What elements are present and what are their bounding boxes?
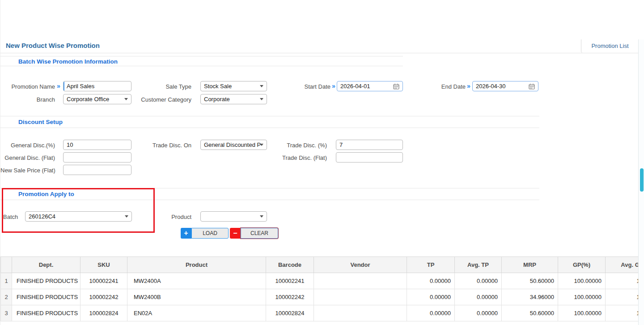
section-title-promotion-apply: Promotion Apply to xyxy=(18,191,74,197)
general-disc-pct-input[interactable]: 10 xyxy=(63,140,131,150)
column-header-vendor: Vendor xyxy=(314,257,407,273)
table-row[interactable]: 1FINISHED PRODUCTS100002241MW2400A100002… xyxy=(1,273,639,289)
header-divider xyxy=(0,53,638,53)
promotion-name-label: Promotion Name xyxy=(0,83,55,90)
chevron-down-icon xyxy=(260,215,263,218)
cell-barcode: 100002242 xyxy=(266,289,314,305)
cell-product: MW2400B xyxy=(127,289,266,305)
clear-button-label: CLEAR xyxy=(241,228,278,239)
batch-value: 260126C4 xyxy=(29,213,55,220)
cell-dept: FINISHED PRODUCTS xyxy=(12,305,80,321)
cell-mrp: 34.96000 xyxy=(502,289,558,305)
cell-row-number: 3 xyxy=(1,305,12,321)
chevron-down-icon xyxy=(124,98,128,100)
product-table: Dept.SKUProductBarcodeVendorTPAvg. TPMRP… xyxy=(0,257,638,324)
start-date-label: Start Date xyxy=(282,83,330,90)
column-header-dept: Dept. xyxy=(12,257,80,273)
scrollbar-track[interactable] xyxy=(638,39,644,325)
trade-disc-flat-input[interactable] xyxy=(336,152,403,162)
cell-mrp: 50.60000 xyxy=(502,273,558,289)
product-select[interactable] xyxy=(200,211,267,222)
clear-button[interactable]: − CLEAR xyxy=(230,228,278,239)
table-row[interactable]: 3FINISHED PRODUCTS100002824EN02A10000282… xyxy=(1,305,639,321)
promotion-list-button[interactable]: Promotion List xyxy=(581,39,639,53)
end-date-input[interactable]: 2026-04-30 xyxy=(472,81,538,91)
minus-icon: − xyxy=(230,228,241,239)
load-button[interactable]: + LOAD xyxy=(181,228,229,239)
trade-disc-pct-value: 7 xyxy=(339,141,343,148)
trade-disc-on-value: General Discounted P xyxy=(204,141,261,148)
section-title-discount-setup: Discount Setup xyxy=(18,119,63,125)
general-disc-flat-input[interactable] xyxy=(63,152,131,162)
cell-gp-pct: 100.00000 xyxy=(558,289,606,305)
load-button-label: LOAD xyxy=(191,228,229,239)
plus-icon: + xyxy=(181,228,191,239)
promotion-name-input[interactable]: April Sales xyxy=(63,81,131,91)
section-divider xyxy=(0,66,403,66)
chevron-down-icon xyxy=(125,215,128,218)
cell-vendor xyxy=(314,289,407,305)
section-title-batch-info: Batch Wise Promotion Information xyxy=(18,58,118,65)
customer-category-select[interactable]: Corporate xyxy=(200,94,267,104)
column-header-barcode: Barcode xyxy=(266,257,314,273)
chevron-down-icon xyxy=(260,144,263,146)
cell-avg-tp: 0.00000 xyxy=(455,273,502,289)
cell-row-number: 2 xyxy=(1,289,12,305)
section-divider xyxy=(0,200,539,200)
cell-barcode: 100002824 xyxy=(266,305,314,321)
cell-avg-gp-pct: 100.00000 xyxy=(606,305,639,321)
general-disc-flat-label: General Disc. (Flat) xyxy=(0,154,55,161)
cell-avg-gp-pct: 100.00000 xyxy=(606,273,639,289)
branch-label: Branch xyxy=(0,96,55,103)
table-row[interactable]: 2FINISHED PRODUCTS100002242MW2400B100002… xyxy=(1,289,639,305)
sale-type-select[interactable]: Stock Sale xyxy=(200,81,267,91)
cell-gp-pct: 100.00000 xyxy=(558,273,606,289)
cell-barcode: 100002241 xyxy=(266,273,314,289)
cell-product: EN02A xyxy=(127,305,266,321)
cell-dept: FINISHED PRODUCTS xyxy=(12,289,80,305)
product-label: Product xyxy=(135,214,191,220)
cell-sku: 100002824 xyxy=(80,305,127,321)
customer-category-value: Corporate xyxy=(204,96,230,103)
column-header-avg-tp: Avg. TP xyxy=(455,257,502,273)
cell-tp: 0.00000 xyxy=(407,289,455,305)
start-date-value: 2026-04-01 xyxy=(340,83,370,90)
required-marker-icon: » xyxy=(332,82,335,90)
column-header-avg-gp-pct: Avg. GP(%) xyxy=(606,257,639,273)
cell-vendor xyxy=(314,305,407,321)
page-title: New Product Wise Promotion xyxy=(6,42,100,49)
start-date-input[interactable]: 2026-04-01 xyxy=(337,81,403,91)
cell-row-number: 1 xyxy=(1,273,12,289)
sale-type-value: Stock Sale xyxy=(204,83,232,90)
calendar-icon xyxy=(529,83,535,90)
required-marker-icon: » xyxy=(467,82,470,90)
branch-select[interactable]: Corporate Office xyxy=(63,94,131,104)
cell-sku: 100002241 xyxy=(80,273,127,289)
column-header-sku: SKU xyxy=(80,257,127,273)
cell-mrp: 50.60000 xyxy=(502,305,558,321)
trade-disc-pct-input[interactable]: 7 xyxy=(336,140,403,150)
general-disc-pct-value: 10 xyxy=(67,141,73,148)
cell-vendor xyxy=(314,273,407,289)
trade-disc-on-select[interactable]: General Discounted P xyxy=(200,140,267,150)
batch-select[interactable]: 260126C4 xyxy=(25,211,132,222)
new-sale-price-flat-label: New Sale Price (Flat) xyxy=(0,167,55,174)
branch-value: Corporate Office xyxy=(67,96,109,103)
end-date-label: End Date xyxy=(419,83,466,90)
new-sale-price-flat-input[interactable] xyxy=(63,165,131,175)
trade-disc-on-label: Trade Disc. On xyxy=(135,142,191,149)
column-header-mrp: MRP xyxy=(502,257,558,273)
cell-tp: 0.00000 xyxy=(407,305,455,321)
customer-category-label: Customer Category xyxy=(135,96,191,103)
cell-dept: FINISHED PRODUCTS xyxy=(12,273,80,289)
scrollbar-thumb[interactable] xyxy=(640,168,644,192)
cell-avg-tp: 0.00000 xyxy=(455,289,502,305)
general-disc-pct-label: General Disc.(%) xyxy=(0,142,55,149)
column-header-row-number xyxy=(1,257,12,273)
trade-disc-pct-label: Trade Disc. (%) xyxy=(273,142,327,149)
trade-disc-flat-label: Trade Disc. (Flat) xyxy=(273,154,327,161)
sale-type-label: Sale Type xyxy=(135,83,191,90)
calendar-icon xyxy=(393,83,399,90)
section-divider xyxy=(0,128,539,128)
table-header-row: Dept.SKUProductBarcodeVendorTPAvg. TPMRP… xyxy=(1,257,639,273)
